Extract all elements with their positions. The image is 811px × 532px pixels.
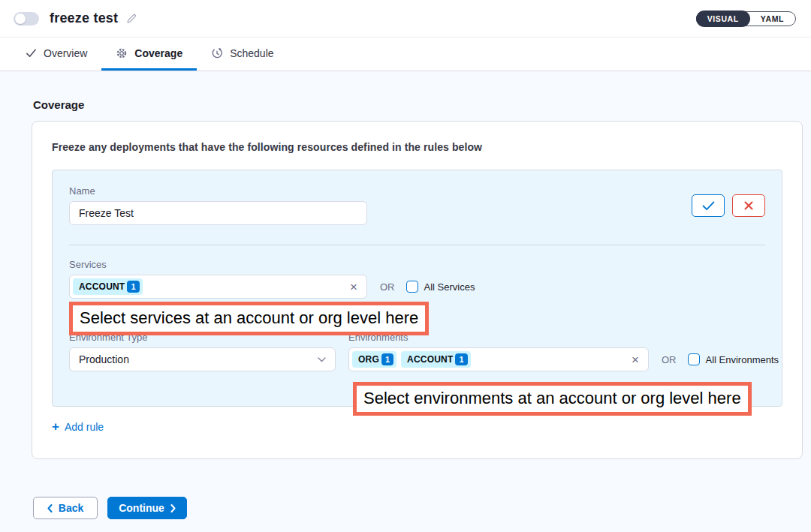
yaml-toggle-button[interactable]: YAML bbox=[749, 11, 795, 26]
discard-rule-button[interactable] bbox=[732, 194, 765, 217]
environment-tag-org[interactable]: ORG 1 bbox=[352, 351, 396, 368]
gear-icon bbox=[116, 47, 128, 59]
rule-divider bbox=[69, 245, 765, 245]
clear-services-icon[interactable]: × bbox=[348, 281, 359, 293]
tab-coverage[interactable]: Coverage bbox=[101, 38, 197, 71]
service-tag-account[interactable]: ACCOUNT 1 bbox=[73, 278, 143, 295]
freeze-title: freeze test bbox=[50, 11, 118, 26]
continue-button[interactable]: Continue bbox=[107, 497, 187, 519]
studio-tab-bar: Overview Coverage Schedule bbox=[0, 38, 811, 71]
check-icon bbox=[702, 201, 715, 211]
tab-overview[interactable]: Overview bbox=[11, 38, 101, 71]
all-environments-label: All Environments bbox=[706, 354, 779, 365]
environments-group: Environments ORG 1 ACCOUNT 1 bbox=[348, 332, 779, 371]
coverage-card: Freeze any deployments that have the fol… bbox=[32, 121, 803, 459]
freeze-rule-editor: Name Freeze Test Services bbox=[52, 170, 782, 407]
add-rule-button[interactable]: + Add rule bbox=[52, 420, 104, 433]
tab-schedule-label: Schedule bbox=[230, 47, 273, 59]
add-rule-label: Add rule bbox=[65, 421, 104, 433]
freeze-studio-screen: freeze test VISUAL YAML Overview Coverag… bbox=[0, 0, 811, 532]
close-icon bbox=[744, 201, 753, 210]
tab-schedule[interactable]: Schedule bbox=[197, 38, 288, 71]
services-annotation-note: Select services at an account or org lev… bbox=[69, 302, 429, 335]
tag-count-badge: 1 bbox=[127, 281, 139, 293]
tag-count-badge: 1 bbox=[455, 353, 467, 365]
environment-type-value: Production bbox=[79, 353, 129, 365]
environment-type-group: Environment Type Production bbox=[69, 332, 336, 371]
name-field-group: Name Freeze Test bbox=[69, 185, 367, 225]
all-services-checkbox-group[interactable]: All Services bbox=[406, 281, 475, 293]
name-label: Name bbox=[69, 185, 367, 197]
services-field-group: Services ACCOUNT 1 × OR All Servi bbox=[69, 259, 765, 299]
all-services-checkbox[interactable] bbox=[406, 281, 418, 293]
environments-annotation-note: Select environments at an account or org… bbox=[353, 382, 752, 416]
rule-name-input[interactable]: Freeze Test bbox=[69, 201, 367, 225]
all-environments-checkbox[interactable] bbox=[688, 353, 700, 365]
chevron-right-icon bbox=[170, 504, 176, 512]
environments-multiselect[interactable]: ORG 1 ACCOUNT 1 × bbox=[348, 347, 649, 371]
page-heading: Coverage bbox=[33, 98, 803, 111]
services-row: ACCOUNT 1 × OR All Services bbox=[69, 275, 765, 299]
environment-row: Environment Type Production Environments… bbox=[69, 332, 765, 371]
services-or-label: OR bbox=[380, 281, 395, 293]
tab-overview-label: Overview bbox=[44, 47, 87, 59]
environment-tag-account[interactable]: ACCOUNT 1 bbox=[401, 351, 471, 368]
clear-environments-icon[interactable]: × bbox=[630, 353, 641, 366]
visual-yaml-switch: VISUAL YAML bbox=[696, 11, 796, 26]
continue-label: Continue bbox=[119, 502, 164, 514]
toggle-knob bbox=[15, 14, 26, 24]
visual-toggle-button[interactable]: VISUAL bbox=[696, 11, 750, 27]
tab-coverage-label: Coverage bbox=[134, 47, 182, 59]
rule-name-row: Name Freeze Test bbox=[69, 185, 765, 225]
environments-row-inner: ORG 1 ACCOUNT 1 × OR bbox=[348, 347, 779, 371]
chevron-left-icon bbox=[47, 504, 53, 512]
plus-icon: + bbox=[52, 420, 59, 433]
check-icon bbox=[26, 47, 37, 59]
environments-or-label: OR bbox=[662, 354, 677, 365]
rule-confirm-buttons bbox=[692, 194, 765, 217]
all-environments-checkbox-group[interactable]: All Environments bbox=[688, 353, 779, 365]
tag-count-badge: 1 bbox=[381, 353, 393, 365]
all-services-label: All Services bbox=[424, 281, 475, 293]
services-label: Services bbox=[69, 259, 765, 270]
back-button[interactable]: Back bbox=[33, 497, 98, 519]
back-label: Back bbox=[59, 502, 83, 514]
edit-title-pencil-icon[interactable] bbox=[125, 13, 137, 25]
environment-type-select[interactable]: Production bbox=[69, 347, 336, 371]
apply-rule-button[interactable] bbox=[692, 194, 725, 217]
footer-actions: Back Continue bbox=[33, 497, 803, 519]
chevron-down-icon bbox=[318, 357, 326, 362]
freeze-enabled-toggle[interactable] bbox=[14, 12, 39, 26]
coverage-description: Freeze any deployments that have the fol… bbox=[52, 141, 782, 153]
coverage-content: Coverage Freeze any deployments that hav… bbox=[0, 71, 811, 519]
top-bar: freeze test VISUAL YAML bbox=[0, 0, 811, 38]
clock-refresh-icon bbox=[211, 47, 223, 59]
services-multiselect[interactable]: ACCOUNT 1 × bbox=[69, 275, 367, 299]
